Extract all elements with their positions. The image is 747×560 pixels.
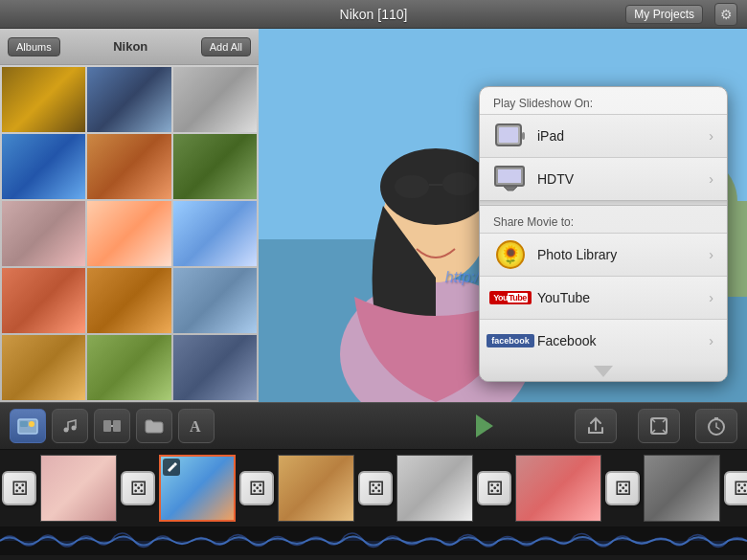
dice-transition[interactable] [477, 471, 511, 505]
timeline-photo [396, 455, 473, 522]
svg-rect-27 [113, 420, 121, 432]
library-header: Albums Nikon Add All [0, 29, 259, 65]
facebook-option[interactable]: facebook Facebook › [480, 319, 727, 362]
svg-rect-22 [20, 421, 28, 427]
svg-point-7 [395, 175, 429, 198]
timeline-item[interactable] [278, 455, 354, 522]
my-projects-button[interactable]: My Projects [625, 5, 703, 24]
svg-text:A: A [190, 418, 201, 435]
photo-thumbnail[interactable] [87, 268, 170, 333]
photos-tool-button[interactable] [10, 409, 46, 443]
fullscreen-button[interactable] [638, 409, 680, 443]
dice-transition[interactable] [605, 471, 640, 505]
svg-rect-18 [498, 169, 521, 183]
share-section-title: Share Movie to: [480, 206, 727, 233]
library-name: Nikon [66, 39, 195, 54]
gear-button[interactable]: ⚙ [714, 3, 737, 26]
dice-transition[interactable] [121, 471, 155, 505]
photo-thumbnail[interactable] [173, 268, 257, 333]
ipad-chevron: › [709, 128, 713, 144]
folders-tool-button[interactable] [136, 409, 172, 443]
facebook-label: Facebook [537, 333, 699, 348]
top-bar: Nikon [110] My Projects ⚙ [0, 0, 747, 29]
play-section-title: Play Slideshow On: [480, 87, 727, 114]
photo-library-label: Photo Library [537, 247, 699, 262]
ipad-label: iPad [537, 128, 699, 144]
photo-thumbnail[interactable] [173, 335, 257, 400]
photo-thumbnail[interactable] [2, 268, 85, 333]
timeline-item[interactable] [40, 455, 117, 522]
hdtv-option[interactable]: HDTV › [480, 157, 727, 200]
right-panel: http://haingay.vn/ Play Slideshow On: iP… [259, 29, 747, 402]
photo-library-chevron: › [709, 247, 713, 262]
photo-thumbnail[interactable] [2, 67, 85, 132]
photo-library-icon: 🌻 [493, 241, 528, 268]
timeline: // Generate waveform-like bars via SVG [0, 450, 747, 560]
photo-thumbnail[interactable] [87, 335, 170, 400]
photo-thumbnail[interactable] [173, 134, 257, 199]
svg-point-24 [64, 428, 69, 433]
share-button[interactable] [575, 409, 617, 443]
photo-thumbnail[interactable] [173, 67, 257, 132]
main-content: Albums Nikon Add All [0, 29, 747, 402]
svg-marker-20 [594, 366, 613, 377]
svg-rect-15 [499, 127, 518, 143]
play-icon [476, 414, 493, 437]
timeline-item-selected[interactable] [159, 455, 236, 522]
photo-thumbnail[interactable] [2, 134, 85, 199]
text-tool-button[interactable]: A [178, 409, 215, 443]
timeline-photo [278, 455, 354, 522]
youtube-icon: YouTube [493, 284, 528, 311]
timeline-item[interactable] [644, 455, 720, 522]
edit-overlay [163, 459, 180, 476]
svg-marker-19 [504, 187, 517, 190]
youtube-chevron: › [709, 290, 713, 305]
svg-rect-26 [103, 420, 111, 432]
youtube-option[interactable]: YouTube YouTube › [480, 276, 727, 319]
facebook-icon: facebook [493, 327, 528, 354]
photo-thumbnail[interactable] [87, 201, 170, 266]
sunflower-icon: 🌻 [496, 240, 525, 269]
photo-thumbnail[interactable] [87, 134, 170, 199]
facebook-chevron: › [709, 333, 713, 348]
svg-point-23 [29, 421, 34, 427]
dice-transition[interactable] [358, 471, 393, 505]
left-panel: Albums Nikon Add All [0, 29, 259, 402]
svg-point-8 [442, 172, 477, 195]
timeline-item[interactable] [515, 455, 601, 522]
dice-transition[interactable] [239, 471, 274, 505]
transitions-tool-button[interactable] [94, 409, 130, 443]
play-button[interactable] [464, 409, 506, 443]
dice-transition[interactable] [2, 471, 36, 505]
youtube-label: YouTube [537, 290, 699, 305]
hdtv-icon [493, 166, 528, 192]
hdtv-chevron: › [709, 171, 713, 187]
timeline-photo [40, 455, 117, 522]
dice-transition[interactable] [724, 471, 747, 505]
audio-waveform: // Generate waveform-like bars via SVG [0, 526, 747, 555]
photo-grid [0, 65, 259, 402]
app-title: Nikon [110] [340, 7, 408, 22]
svg-point-25 [72, 426, 77, 431]
timeline-item[interactable] [396, 455, 473, 522]
albums-button[interactable]: Albums [8, 37, 60, 56]
photo-library-option[interactable]: 🌻 Photo Library › [480, 233, 727, 276]
timeline-photo [515, 455, 601, 522]
photo-thumbnail[interactable] [87, 67, 170, 132]
music-tool-button[interactable] [52, 409, 88, 443]
photo-thumbnail[interactable] [173, 201, 257, 266]
svg-rect-16 [522, 132, 525, 140]
ipad-icon [493, 123, 528, 149]
hdtv-label: HDTV [537, 171, 699, 187]
add-all-button[interactable]: Add All [201, 37, 251, 56]
timeline-photo [644, 455, 720, 522]
timeline-strip [0, 450, 747, 526]
toolbar: A [0, 402, 747, 450]
photo-thumbnail[interactable] [2, 201, 85, 266]
photo-thumbnail[interactable] [2, 335, 85, 400]
slideshow-popup: Play Slideshow On: iPad › [479, 86, 728, 382]
timer-button[interactable] [695, 409, 737, 443]
ipad-option[interactable]: iPad › [480, 114, 727, 157]
